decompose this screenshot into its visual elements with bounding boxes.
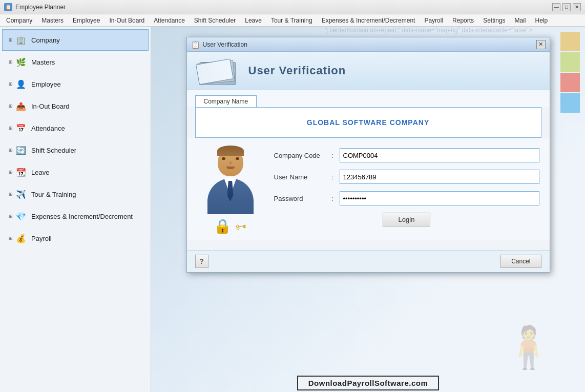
sidebar-item-employee[interactable]: ⊞ 👤 Employee (2, 73, 149, 95)
sidebar-item-expenses[interactable]: ⊞ 💎 Expenses & Increment/Decrement (2, 205, 149, 227)
menu-leave[interactable]: Leave (241, 14, 266, 26)
nose (229, 161, 232, 164)
avatar-figure (202, 148, 259, 215)
menu-tour[interactable]: Tour & Training (267, 14, 317, 26)
company-name-tab[interactable]: Company Name (195, 95, 257, 107)
maximize-button[interactable]: □ (562, 3, 571, 11)
company-name-value: GLOBAL SOFTWARE COMPANY (307, 118, 429, 127)
dialog-title-icon: 📋 (191, 40, 200, 49)
title-bar-left: 📋 Employee Planner (4, 3, 66, 11)
sidebar-label-tour: Tour & Training (31, 191, 76, 198)
expand-icon-tour: ⊞ (9, 192, 13, 197)
sidebar-item-masters[interactable]: ⊞ 🌿 Masters (2, 51, 149, 73)
expand-icon-payroll: ⊞ (9, 236, 13, 241)
form-fields: Company Code : User Name : Password : (274, 148, 539, 235)
password-input[interactable] (340, 191, 539, 205)
eye-right (236, 157, 239, 160)
dialog-titlebar: 📋 User Verification ✕ (187, 37, 550, 52)
dialog-form-section: 🔒 🗝 Company Code : User Name (187, 138, 550, 240)
menu-help[interactable]: Help (531, 14, 552, 26)
dialog-title-left: 📋 User Verification (191, 40, 247, 49)
cancel-button[interactable]: Cancel (500, 255, 541, 268)
content-area: ') center/contain no-repeat;" data-name=… (151, 27, 585, 392)
expand-icon-shift: ⊞ (9, 148, 13, 153)
menu-employee[interactable]: Employee (69, 14, 104, 26)
sidebar-item-payroll[interactable]: ⊞ 💰 Payroll (2, 228, 149, 249)
dialog-close-button[interactable]: ✕ (536, 40, 546, 49)
menu-expenses[interactable]: Expenses & Increment/Decrement (318, 14, 420, 26)
login-btn-row: Login (274, 213, 539, 226)
sidebar-item-inout[interactable]: ⊞ 📤 In-Out Board (2, 95, 149, 117)
sidebar-item-shift[interactable]: ⊞ 🔄 Shift Scheduler (2, 139, 149, 161)
app-icon: 📋 (4, 3, 12, 11)
expand-icon-employee: ⊞ (9, 81, 13, 87)
menu-settings[interactable]: Settings (479, 14, 509, 26)
person-body (207, 178, 254, 214)
menu-company[interactable]: Company (2, 14, 36, 26)
sidebar-label-company: Company (31, 36, 60, 44)
lock-icon: 🔒 (214, 218, 232, 235)
company-code-row: Company Code : (274, 148, 539, 162)
lock-key-area: 🔒 🗝 (214, 218, 247, 235)
expand-icon-masters: ⊞ (9, 59, 13, 65)
user-verification-dialog: 📋 User Verification ✕ (186, 37, 550, 273)
sidebar-label-expenses: Expenses & Increment/Decrement (31, 213, 133, 220)
user-name-label: User Name (274, 173, 325, 181)
shift-icon: 🔄 (15, 144, 27, 156)
employee-icon: 👤 (15, 78, 27, 90)
sidebar-item-attendance[interactable]: ⊞ 📅 Attendance (2, 117, 149, 139)
user-name-input[interactable] (340, 170, 539, 184)
sidebar-item-tour[interactable]: ⊞ ✈️ Tour & Training (2, 183, 149, 205)
help-button[interactable]: ? (195, 255, 208, 268)
sidebar-label-masters: Masters (31, 58, 55, 66)
bottom-bar: DownloadPayrollSoftware.com (151, 374, 585, 392)
title-bar-controls: — □ ✕ (552, 3, 581, 11)
sidebar: ⊞ 🏢 Company ⊞ 🌿 Masters ⊞ 👤 Employee ⊞ 📤… (0, 27, 151, 392)
key-icon: 🗝 (234, 218, 248, 234)
company-code-colon: : (329, 152, 336, 159)
menu-shift[interactable]: Shift Scheduler (190, 14, 240, 26)
sidebar-label-shift: Shift Scheduler (31, 147, 76, 154)
password-colon: : (329, 195, 336, 202)
expand-icon-company: ⊞ (9, 37, 13, 43)
sidebar-label-inout: In-Out Board (31, 102, 69, 110)
watermark: DownloadPayrollSoftware.com (297, 376, 440, 390)
menu-attendance[interactable]: Attendance (150, 14, 189, 26)
password-row: Password : (274, 191, 539, 205)
tour-icon: ✈️ (15, 188, 27, 200)
minimize-button[interactable]: — (552, 3, 560, 11)
close-button[interactable]: ✕ (573, 3, 581, 11)
login-button[interactable]: Login (383, 213, 431, 226)
dialog-overlay: 📋 User Verification ✕ (151, 27, 585, 392)
company-content-area: GLOBAL SOFTWARE COMPANY (195, 107, 541, 138)
person-hair (217, 146, 244, 156)
menu-mail[interactable]: Mail (510, 14, 530, 26)
expand-icon-expenses: ⊞ (9, 214, 13, 219)
app-title: Employee Planner (15, 4, 66, 11)
sidebar-item-leave[interactable]: ⊞ 📆 Leave (2, 161, 149, 183)
dialog-title-text: User Verification (203, 41, 247, 48)
menu-reports[interactable]: Reports (448, 14, 478, 26)
password-label: Password (274, 195, 325, 202)
dialog-footer: ? Cancel (187, 250, 550, 272)
attendance-icon: 📅 (15, 122, 27, 134)
user-name-colon: : (329, 173, 336, 181)
payroll-icon: 💰 (15, 232, 27, 244)
leave-icon: 📆 (15, 166, 27, 178)
expand-icon-attendance: ⊞ (9, 126, 13, 131)
company-icon: 🏢 (15, 34, 27, 46)
dialog-main-title: User Verification (248, 64, 346, 77)
sidebar-label-leave: Leave (31, 169, 49, 176)
eye-left (222, 157, 225, 160)
sidebar-item-company[interactable]: ⊞ 🏢 Company (2, 29, 149, 51)
expand-icon-leave: ⊞ (9, 170, 13, 175)
menu-bar: Company Masters Employee In-Out Board At… (0, 14, 585, 27)
menu-inout[interactable]: In-Out Board (105, 14, 149, 26)
company-code-input[interactable] (340, 148, 539, 162)
mouth (226, 167, 235, 169)
sidebar-label-payroll: Payroll (31, 235, 52, 242)
menu-payroll[interactable]: Payroll (420, 14, 447, 26)
expenses-icon: 💎 (15, 210, 27, 222)
menu-masters[interactable]: Masters (37, 14, 68, 26)
sidebar-label-employee: Employee (31, 80, 61, 88)
